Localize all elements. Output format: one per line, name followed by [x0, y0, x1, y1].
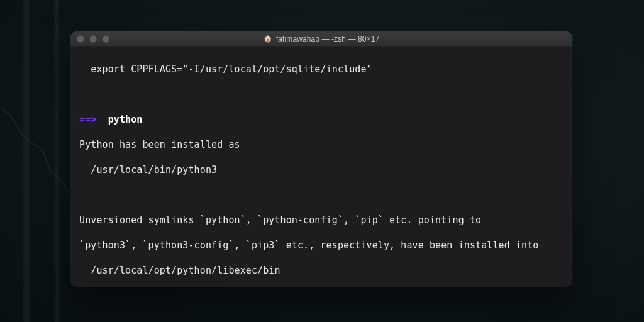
term-heading-line: ==> python — [79, 113, 564, 126]
window-titlebar[interactable]: 🏠 fatimawahab — -zsh — 80×17 — [70, 31, 572, 47]
terminal-window: 🏠 fatimawahab — -zsh — 80×17 export CPPF… — [70, 31, 572, 287]
brew-heading: python — [108, 114, 143, 125]
minimize-dot-icon[interactable] — [89, 35, 97, 43]
window-title: 🏠 fatimawahab — -zsh — 80×17 — [264, 35, 379, 43]
window-title-text: fatimawahab — -zsh — 80×17 — [276, 35, 379, 43]
brew-arrow-icon: ==> — [79, 114, 96, 125]
term-line: Unversioned symlinks `python`, `python-c… — [79, 214, 564, 226]
zoom-dot-icon[interactable] — [102, 35, 109, 43]
home-folder-icon: 🏠 — [264, 35, 272, 42]
term-line: Python has been installed as — [79, 138, 564, 151]
term-line-blank — [79, 189, 564, 201]
term-line: /usr/local/bin/python3 — [79, 164, 564, 176]
term-line-blank — [79, 88, 564, 101]
term-line: `python3`, `python3-config`, `pip3` etc.… — [79, 239, 564, 252]
window-traffic-lights — [77, 35, 109, 43]
terminal-viewport[interactable]: export CPPFLAGS="-I/usr/local/opt/sqlite… — [70, 47, 572, 287]
close-dot-icon[interactable] — [77, 35, 84, 43]
term-line: /usr/local/opt/python/libexec/bin — [79, 264, 564, 277]
term-line: export CPPFLAGS="-I/usr/local/opt/sqlite… — [79, 63, 564, 75]
